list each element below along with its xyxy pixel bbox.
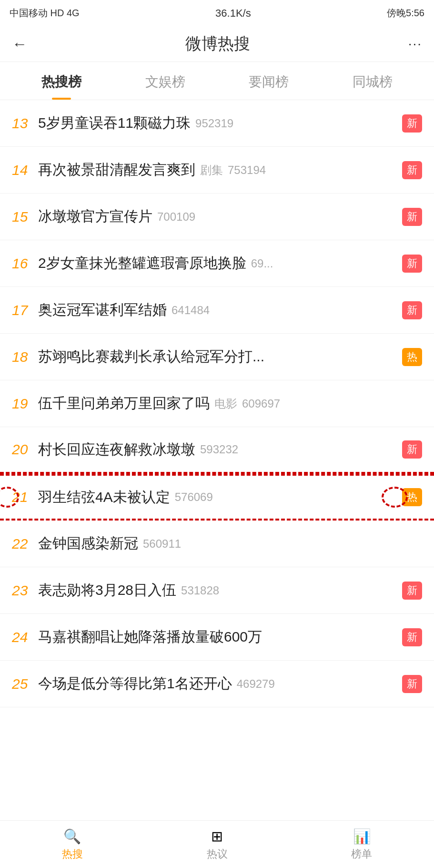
rank-number: 17 bbox=[12, 302, 38, 318]
item-content: 表志勋将3月28日入伍 531828 bbox=[38, 581, 402, 600]
nav-rank-label: 榜单 bbox=[351, 847, 372, 861]
rank-number: 18 bbox=[12, 349, 38, 365]
item-count: 469279 bbox=[237, 677, 275, 691]
tab-bar: 热搜榜 文娱榜 要闻榜 同城榜 bbox=[0, 62, 434, 100]
item-count: 700109 bbox=[157, 210, 195, 224]
item-title: 再次被景甜清醒发言爽到 bbox=[38, 160, 195, 180]
item-count: 609697 bbox=[242, 397, 280, 410]
content-area: 13 5岁男童误吞11颗磁力珠 952319 新 14 再次被景甜清醒发言爽到 … bbox=[0, 100, 434, 757]
rank-number: 14 bbox=[12, 162, 38, 178]
badge-new: 新 bbox=[402, 255, 422, 273]
list-item[interactable]: 23 表志勋将3月28日入伍 531828 新 bbox=[0, 567, 434, 614]
item-content: 金钟国感染新冠 560911 bbox=[38, 534, 402, 553]
list-item[interactable]: 20 村长回应连夜解救冰墩墩 593232 新 bbox=[0, 427, 434, 474]
more-button[interactable]: ··· bbox=[408, 36, 422, 51]
rank-number: 16 bbox=[12, 255, 38, 272]
header: ← 微博热搜 ··· bbox=[0, 26, 434, 62]
item-count: 952319 bbox=[195, 117, 233, 130]
item-meta-label: 剧集 bbox=[200, 163, 223, 178]
item-title: 奥运冠军谌利军结婚 bbox=[38, 300, 167, 320]
list-item[interactable]: 16 2岁女童抹光整罐遮瑕膏原地换脸 69... 新 bbox=[0, 240, 434, 287]
badge-hot: 热 bbox=[402, 348, 422, 366]
item-title: 羽生结弦4A未被认定 bbox=[38, 488, 170, 507]
item-content: 再次被景甜清醒发言爽到 剧集 753194 bbox=[38, 160, 402, 180]
list-item[interactable]: 25 今场是低分等得比第1名还开心 469279 新 bbox=[0, 661, 434, 707]
item-content: 羽生结弦4A未被认定 576069 bbox=[38, 488, 402, 507]
list-item[interactable]: 17 奥运冠军谌利军结婚 641484 新 bbox=[0, 287, 434, 334]
item-title: 苏翊鸣比赛裁判长承认给冠军分打... bbox=[38, 347, 264, 367]
rank-number: 15 bbox=[12, 209, 38, 225]
bottom-nav: 🔍 热搜 ⊞ 热议 📊 榜单 bbox=[0, 820, 434, 868]
item-content: 伍千里问弟弟万里回家了吗 电影 609697 bbox=[38, 394, 402, 413]
item-content: 奥运冠军谌利军结婚 641484 bbox=[38, 300, 402, 320]
status-bar: 中国移动 HD 4G 36.1K/s 傍晚5:56 bbox=[0, 0, 434, 26]
rank-number: 19 bbox=[12, 396, 38, 412]
list-item[interactable]: 19 伍千里问弟弟万里回家了吗 电影 609697 bbox=[0, 380, 434, 427]
badge-new: 新 bbox=[402, 301, 422, 319]
nav-discussion-label: 热议 bbox=[207, 847, 228, 861]
list-item[interactable]: 14 再次被景甜清醒发言爽到 剧集 753194 新 bbox=[0, 147, 434, 194]
nav-discussion[interactable]: ⊞ 热议 bbox=[145, 821, 290, 868]
list-item[interactable]: 13 5岁男童误吞11颗磁力珠 952319 新 bbox=[0, 100, 434, 147]
badge-new: 新 bbox=[402, 161, 422, 179]
badge-new: 新 bbox=[402, 440, 422, 459]
tab-news[interactable]: 要闻榜 bbox=[217, 73, 321, 100]
item-content: 5岁男童误吞11颗磁力珠 952319 bbox=[38, 113, 402, 133]
list-item[interactable]: 22 金钟国感染新冠 560911 bbox=[0, 521, 434, 567]
rank-number: 25 bbox=[12, 676, 38, 692]
tab-hot-search[interactable]: 热搜榜 bbox=[10, 73, 113, 100]
item-title: 村长回应连夜解救冰墩墩 bbox=[38, 440, 195, 460]
item-count: 641484 bbox=[172, 304, 210, 317]
item-title: 金钟国感染新冠 bbox=[38, 534, 138, 553]
item-content: 村长回应连夜解救冰墩墩 593232 bbox=[38, 440, 402, 460]
page-title: 微博热搜 bbox=[185, 33, 250, 55]
badge-new: 新 bbox=[402, 582, 422, 600]
discussion-icon: ⊞ bbox=[211, 828, 223, 845]
back-button[interactable]: ← bbox=[12, 35, 27, 53]
item-count: 69... bbox=[251, 257, 273, 270]
item-content: 今场是低分等得比第1名还开心 469279 bbox=[38, 674, 402, 694]
item-title: 伍千里问弟弟万里回家了吗 bbox=[38, 394, 210, 413]
badge-new: 新 bbox=[402, 675, 422, 693]
rank-icon: 📊 bbox=[353, 828, 371, 845]
rank-number: 23 bbox=[12, 582, 38, 599]
badge-new: 新 bbox=[402, 628, 422, 646]
network-speed: 36.1K/s bbox=[215, 7, 251, 20]
badge-new: 新 bbox=[402, 208, 422, 226]
tab-entertainment[interactable]: 文娱榜 bbox=[113, 73, 217, 100]
nav-rank[interactable]: 📊 榜单 bbox=[289, 821, 434, 868]
list-item[interactable]: 21 羽生结弦4A未被认定 576069 热 bbox=[0, 474, 434, 521]
item-title: 表志勋将3月28日入伍 bbox=[38, 581, 176, 600]
item-count: 753194 bbox=[228, 163, 266, 177]
hot-search-list: 13 5岁男童误吞11颗磁力珠 952319 新 14 再次被景甜清醒发言爽到 … bbox=[0, 100, 434, 707]
item-meta-label: 电影 bbox=[214, 396, 237, 411]
rank-number: 21 bbox=[12, 489, 38, 505]
item-content: 苏翊鸣比赛裁判长承认给冠军分打... bbox=[38, 347, 402, 367]
list-item[interactable]: 15 冰墩墩官方宣传片 700109 新 bbox=[0, 194, 434, 240]
item-title: 5岁男童误吞11颗磁力珠 bbox=[38, 113, 191, 133]
item-count: 593232 bbox=[200, 443, 238, 456]
item-title: 马嘉祺翻唱让她降落播放量破600万 bbox=[38, 627, 262, 647]
nav-hot-search-label: 热搜 bbox=[62, 847, 83, 861]
item-title: 今场是低分等得比第1名还开心 bbox=[38, 674, 232, 694]
item-count: 531828 bbox=[181, 584, 219, 597]
list-item[interactable]: 24 马嘉祺翻唱让她降落播放量破600万 新 bbox=[0, 614, 434, 661]
item-content: 2岁女童抹光整罐遮瑕膏原地换脸 69... bbox=[38, 254, 402, 273]
nav-hot-search[interactable]: 🔍 热搜 bbox=[0, 821, 145, 868]
rank-number: 20 bbox=[12, 441, 38, 458]
badge-hot: 热 bbox=[402, 488, 422, 506]
tab-local[interactable]: 同城榜 bbox=[321, 73, 424, 100]
badge-new: 新 bbox=[402, 114, 422, 133]
rank-number: 22 bbox=[12, 536, 38, 552]
rank-number: 24 bbox=[12, 629, 38, 645]
rank-number: 13 bbox=[12, 115, 38, 132]
list-item[interactable]: 18 苏翊鸣比赛裁判长承认给冠军分打... 热 bbox=[0, 334, 434, 380]
item-count: 576069 bbox=[175, 490, 213, 504]
item-title: 冰墩墩官方宣传片 bbox=[38, 207, 152, 226]
item-content: 冰墩墩官方宣传片 700109 bbox=[38, 207, 402, 226]
carrier-info: 中国移动 HD 4G bbox=[10, 7, 80, 20]
item-count: 560911 bbox=[143, 537, 181, 551]
item-title: 2岁女童抹光整罐遮瑕膏原地换脸 bbox=[38, 254, 246, 273]
time-display: 傍晚5:56 bbox=[387, 7, 424, 20]
item-content: 马嘉祺翻唱让她降落播放量破600万 bbox=[38, 627, 402, 647]
